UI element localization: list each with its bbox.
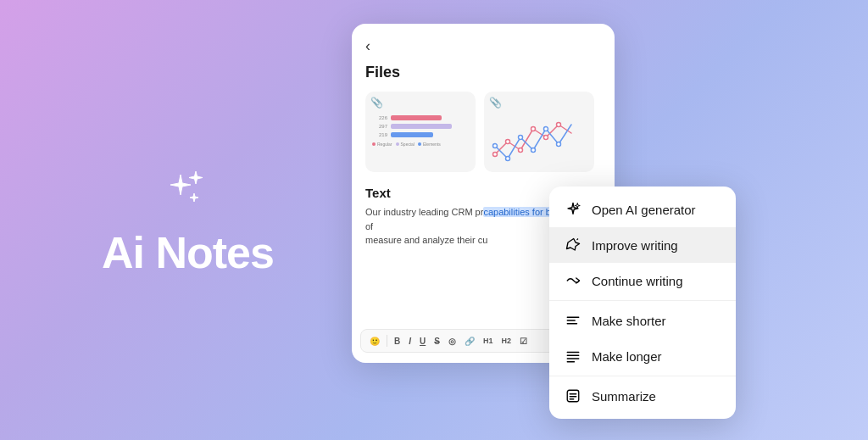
svg-point-9 — [531, 148, 536, 153]
link-button[interactable]: 🔗 — [463, 336, 476, 347]
strikethrough-button[interactable]: S — [432, 336, 442, 347]
bar-chart: 226 297 219 Regular Special Elements — [372, 115, 469, 147]
emoji-button[interactable]: 🙂 — [368, 336, 381, 347]
svg-point-5 — [557, 123, 561, 127]
svg-point-3 — [531, 127, 536, 131]
file-thumbnail-line[interactable]: 📎 — [484, 92, 594, 172]
h2-button[interactable]: H2 — [499, 336, 513, 346]
longer-menu-icon — [565, 348, 581, 365]
open-ai-label: Open AI generator — [592, 203, 696, 217]
files-row: 📎 226 297 219 Regular Special Elemen — [365, 92, 601, 172]
longer-label: Make longer — [592, 349, 662, 364]
menu-item-shorter[interactable]: Make shorter — [549, 303, 736, 338]
menu-item-summarize[interactable]: Summarize — [549, 378, 736, 414]
menu-item-improve[interactable]: Improve writing — [549, 227, 736, 263]
svg-point-11 — [557, 142, 561, 147]
menu-item-open-ai[interactable]: Open AI generator — [549, 192, 736, 227]
file-thumbnail-chart[interactable]: 📎 226 297 219 Regular Special Elemen — [365, 92, 476, 172]
underline-button[interactable]: U — [418, 336, 427, 347]
svg-point-2 — [519, 148, 523, 153]
summarize-label: Summarize — [592, 389, 656, 404]
attachment-icon-2: 📎 — [489, 97, 502, 109]
checklist-button[interactable]: ☑ — [518, 336, 529, 347]
sparkle-menu-icon — [565, 201, 581, 218]
menu-divider-2 — [549, 376, 736, 376]
menu-divider-1 — [549, 300, 736, 301]
back-button[interactable]: ‹ — [365, 37, 370, 55]
branding: Ai Notes — [102, 166, 274, 275]
svg-point-4 — [544, 136, 548, 140]
sparkle-icon — [162, 166, 213, 220]
bold-button[interactable]: B — [392, 336, 402, 347]
menu-item-continue[interactable]: Continue writing — [549, 263, 736, 298]
svg-point-6 — [493, 144, 498, 148]
attachment-icon: 📎 — [370, 97, 383, 109]
toolbar-separator — [387, 335, 387, 347]
svg-rect-20 — [567, 390, 579, 402]
context-menu: Open AI generator Improve writing Contin… — [549, 187, 736, 419]
improve-label: Improve writing — [592, 238, 678, 253]
menu-item-longer[interactable]: Make longer — [549, 338, 736, 374]
italic-button[interactable]: I — [407, 336, 413, 347]
svg-line-12 — [577, 239, 579, 241]
brand-title: Ai Notes — [102, 231, 274, 275]
files-section-title: Files — [365, 64, 601, 81]
improve-menu-icon — [565, 237, 581, 253]
summarize-menu-icon — [565, 387, 581, 404]
svg-point-7 — [506, 157, 510, 161]
shorter-menu-icon — [565, 312, 581, 329]
shorter-label: Make shorter — [592, 314, 666, 328]
svg-point-8 — [519, 136, 523, 140]
color-button[interactable]: ◎ — [447, 336, 458, 347]
continue-label: Continue writing — [592, 274, 683, 288]
line-chart — [491, 112, 587, 170]
svg-point-10 — [544, 127, 548, 131]
svg-point-0 — [493, 153, 498, 157]
h1-button[interactable]: H1 — [481, 336, 495, 346]
svg-point-1 — [506, 140, 510, 144]
continue-menu-icon — [565, 272, 581, 289]
